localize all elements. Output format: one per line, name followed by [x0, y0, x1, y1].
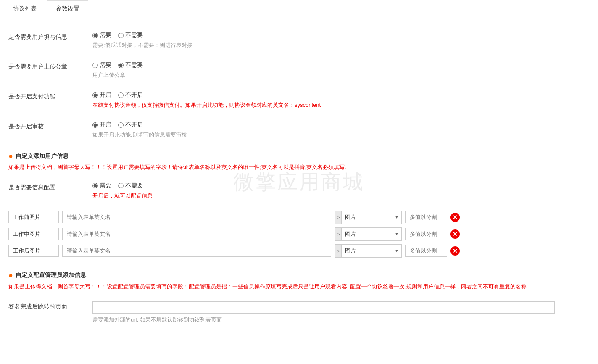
field-row-1: ▷ 图片 文本 数字 ▼ ✕	[8, 211, 590, 224]
hint-enable-payment: 在线支付协议金额，仅支持微信支付。如果开启此功能，则协议金额对应的英文名：sys…	[92, 101, 590, 109]
hint-user-fill: 需要:傻瓜试对接，不需要：则进行表对接	[92, 42, 590, 49]
section-custom-user-title: 自定义添加用户信息	[16, 153, 68, 160]
control-redirect: 需要添加外部的url. 如果不填默认跳转到协议列表页面	[92, 301, 590, 324]
label-enable-payment: 是否开启支付功能	[8, 91, 92, 100]
label-user-fill: 是否需要用户填写信息	[8, 32, 92, 41]
field-type-arrow-3: ▼	[392, 247, 401, 255]
field-multi-input-3[interactable]	[405, 245, 447, 257]
radio-label-enable-review-yes: 开启	[100, 121, 111, 129]
radio-label-info-config-yes: 需要	[100, 182, 111, 190]
field-type-select-2[interactable]: 图片 文本 数字	[342, 229, 392, 239]
radio-label-enable-payment-yes: 开启	[100, 91, 111, 99]
field-type-trigger-3[interactable]: ▷	[335, 245, 342, 257]
field-en-input-2[interactable]	[62, 228, 331, 240]
radio-info-config-yes[interactable]: 需要	[92, 182, 111, 190]
row-user-fill: 是否需要用户填写信息 需要 不需要 需要:傻瓜试对接，不需要：则进行表对接	[8, 26, 590, 55]
radio-enable-payment-no[interactable]: 不开启	[118, 91, 143, 99]
row-info-config: 是否需要信息配置 需要 不需要 开启后，就可以配置信息	[8, 176, 590, 206]
radio-input-enable-payment-no[interactable]	[118, 92, 124, 98]
radio-input-user-upload-seal-yes[interactable]	[92, 63, 98, 68]
radio-user-upload-seal-yes[interactable]: 需要	[92, 61, 111, 69]
main-content: 是否需要用户填写信息 需要 不需要 需要:傻瓜试对接，不需要：则进行表对接 是否…	[0, 17, 598, 338]
label-info-config: 是否需要信息配置	[8, 182, 92, 191]
radio-group-info-config: 需要 不需要	[92, 182, 590, 190]
label-redirect: 签名完成后跳转的页面	[8, 301, 92, 311]
tab-bar: 协议列表 参数设置	[0, 0, 598, 17]
radio-label-user-fill-no: 不需要	[125, 32, 143, 39]
control-enable-review: 开启 不开启 如果开启此功能,则填写的信息需要审核	[92, 121, 590, 139]
control-enable-payment: 开启 不开启 在线支付协议金额，仅支持微信支付。如果开启此功能，则协议金额对应的…	[92, 91, 590, 109]
radio-input-user-upload-seal-no[interactable]	[118, 63, 124, 68]
radio-input-user-fill-no[interactable]	[118, 33, 124, 38]
section-custom-admin: ● 自定义配置管理员添加信息.	[8, 264, 590, 282]
field-type-arrow-1: ▼	[392, 213, 401, 221]
hint-redirect: 需要添加外部的url. 如果不填默认跳转到协议列表页面	[92, 316, 590, 324]
section-custom-admin-title: 自定义配置管理员添加信息.	[16, 272, 88, 279]
field-label-input-3[interactable]	[8, 245, 59, 257]
tab-protocol-list[interactable]: 协议列表	[4, 0, 45, 17]
section-custom-user: ● 自定义添加用户信息	[8, 145, 590, 163]
radio-group-enable-payment: 开启 不开启	[92, 91, 590, 99]
row-enable-payment: 是否开启支付功能 开启 不开启 在线支付协议金额，仅支持微信支付。如果开启此功能…	[8, 85, 590, 115]
radio-label-enable-payment-no: 不开启	[125, 91, 143, 99]
control-info-config: 需要 不需要 开启后，就可以配置信息	[92, 182, 590, 200]
custom-admin-warning: 如果是上传得文档，则首字母大写！！！设置配置管理员需要填写的字段！配置管理员是指…	[8, 282, 590, 291]
row-user-upload-seal: 是否需要用户上传公章 需要 不需要 用户上传公章	[8, 55, 590, 85]
field-type-trigger-1[interactable]: ▷	[335, 211, 342, 224]
control-user-upload-seal: 需要 不需要 用户上传公章	[92, 61, 590, 79]
field-label-input-2[interactable]	[8, 228, 59, 240]
field-row-3: ▷ 图片 文本 数字 ▼ ✕	[8, 244, 590, 258]
field-en-input-1[interactable]	[62, 211, 331, 223]
hint-enable-review: 如果开启此功能,则填写的信息需要审核	[92, 131, 590, 139]
control-user-fill: 需要 不需要 需要:傻瓜试对接，不需要：则进行表对接	[92, 32, 590, 49]
field-label-input-1[interactable]	[8, 211, 59, 223]
hint-user-upload-seal: 用户上传公章	[92, 71, 590, 79]
row-enable-review: 是否开启审核 开启 不开启 如果开启此功能,则填写的信息需要审核	[8, 115, 590, 145]
section-custom-user-dot: ●	[8, 152, 13, 161]
row-redirect: 签名完成后跳转的页面 需要添加外部的url. 如果不填默认跳转到协议列表页面	[8, 295, 590, 330]
radio-enable-payment-yes[interactable]: 开启	[92, 91, 111, 99]
radio-user-fill-yes[interactable]: 需要	[92, 32, 111, 39]
field-multi-input-1[interactable]	[405, 211, 447, 223]
radio-input-user-fill-yes[interactable]	[92, 33, 98, 38]
tab-param-settings[interactable]: 参数设置	[47, 0, 88, 17]
radio-group-user-fill: 需要 不需要	[92, 32, 590, 39]
label-enable-review: 是否开启审核	[8, 121, 92, 130]
label-user-upload-seal: 是否需要用户上传公章	[8, 61, 92, 71]
field-multi-input-2[interactable]	[405, 228, 447, 240]
radio-group-user-upload-seal: 需要 不需要	[92, 61, 590, 69]
field-row-2: ▷ 图片 文本 数字 ▼ ✕	[8, 227, 590, 241]
field-type-trigger-2[interactable]: ▷	[335, 228, 342, 240]
radio-input-enable-payment-yes[interactable]	[92, 92, 98, 98]
field-remove-button-3[interactable]: ✕	[450, 246, 460, 256]
field-type-box-2: ▷ 图片 文本 数字 ▼	[335, 227, 402, 241]
radio-label-user-upload-seal-yes: 需要	[100, 61, 111, 69]
field-remove-button-1[interactable]: ✕	[450, 213, 460, 222]
radio-info-config-no[interactable]: 不需要	[118, 182, 143, 190]
field-remove-button-2[interactable]: ✕	[450, 229, 460, 239]
radio-enable-review-no[interactable]: 不开启	[118, 121, 143, 129]
custom-user-warning: 如果是上传得文档，则首字母大写！！！设置用户需要填写的字段！请保证表单名称以及英…	[8, 163, 590, 172]
radio-enable-review-yes[interactable]: 开启	[92, 121, 111, 129]
hint-info-config: 开启后，就可以配置信息	[92, 192, 590, 200]
radio-label-user-fill-yes: 需要	[100, 32, 111, 39]
radio-input-enable-review-no[interactable]	[118, 122, 124, 128]
radio-input-enable-review-yes[interactable]	[92, 122, 98, 128]
custom-user-fields: ▷ 图片 文本 数字 ▼ ✕ ▷ 图片 文本 数字	[8, 211, 590, 258]
redirect-input[interactable]	[92, 301, 555, 314]
radio-user-fill-no[interactable]: 不需要	[118, 32, 143, 39]
radio-input-info-config-no[interactable]	[118, 183, 124, 188]
section-custom-admin-dot: ●	[8, 271, 13, 280]
field-type-box-1: ▷ 图片 文本 数字 ▼	[335, 211, 402, 224]
radio-input-info-config-yes[interactable]	[92, 183, 98, 188]
radio-label-user-upload-seal-no: 不需要	[125, 61, 143, 69]
field-en-input-3[interactable]	[62, 245, 331, 257]
radio-label-enable-review-no: 不开启	[125, 121, 143, 129]
radio-label-info-config-no: 不需要	[125, 182, 143, 190]
radio-user-upload-seal-no[interactable]: 不需要	[118, 61, 143, 69]
field-type-select-1[interactable]: 图片 文本 数字	[342, 212, 392, 222]
field-type-box-3: ▷ 图片 文本 数字 ▼	[335, 244, 402, 258]
field-type-select-3[interactable]: 图片 文本 数字	[342, 246, 392, 256]
radio-group-enable-review: 开启 不开启	[92, 121, 590, 129]
field-type-arrow-2: ▼	[392, 230, 401, 238]
